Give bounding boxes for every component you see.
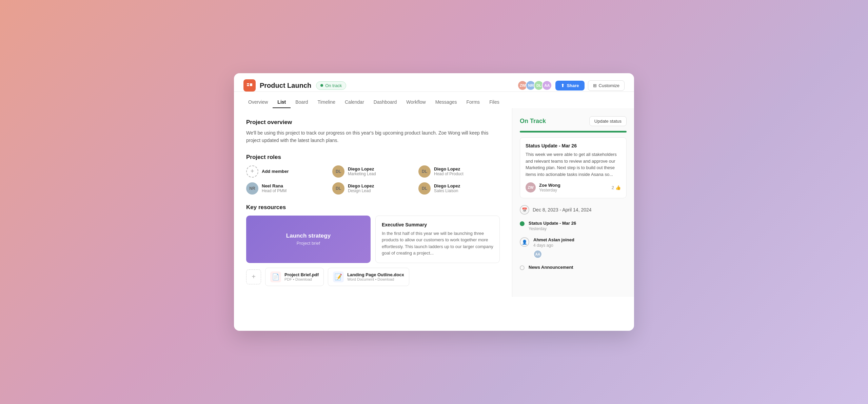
roles-grid: + Add member DL Diego Lopez Marketing Le…	[246, 165, 500, 195]
svg-rect-0	[247, 83, 249, 84]
role-avatar: DL	[418, 165, 431, 178]
share-label: Share	[567, 83, 579, 88]
customize-button[interactable]: ⊞ Customize	[588, 80, 625, 91]
thumbs-up-icon: 👍	[615, 185, 621, 190]
app-icon	[243, 79, 256, 92]
activity-title: News Announcement	[529, 265, 573, 270]
activity-item-status: Status Update - Mar 26 Yesterday	[520, 221, 627, 231]
file-info: Project Brief.pdf PDF • Download	[284, 272, 319, 281]
status-label: On track	[325, 83, 342, 88]
share-button[interactable]: ⬆ Share	[555, 81, 584, 90]
add-member-button[interactable]: +	[246, 165, 258, 178]
role-name: Diego Lopez	[434, 183, 460, 188]
sidebar-header: On Track Update status	[520, 116, 627, 126]
file-item-doc[interactable]: 📝 Landing Page Outline.docx Word Documen…	[328, 268, 409, 286]
header: Product Launch On track ZW NR DL AA ⬆ Sh…	[234, 73, 634, 92]
joined-avatars: AA	[533, 250, 574, 259]
main-layout: Project overview We'll be using this pro…	[234, 108, 634, 297]
file-item-pdf[interactable]: 📄 Project Brief.pdf PDF • Download	[265, 268, 324, 286]
role-title: Marketing Lead	[348, 171, 376, 176]
joined-avatar: AA	[533, 250, 542, 259]
launch-strategy-card[interactable]: Launch strategy Project brief	[246, 216, 371, 263]
activity-title: Ahmet Aslan joined	[533, 237, 574, 242]
right-sidebar: On Track Update status Status Update - M…	[512, 108, 634, 297]
tab-forms[interactable]: Forms	[461, 97, 485, 108]
file-row: + 📄 Project Brief.pdf PDF • Download 📝	[246, 268, 500, 286]
role-name: Diego Lopez	[348, 183, 374, 188]
activity-title: Status Update - Mar 26	[529, 221, 576, 226]
status-card-text: This week we were able to get all stakeh…	[526, 151, 621, 178]
svg-rect-1	[247, 85, 249, 86]
role-title: Sales Liaison	[434, 188, 460, 193]
tab-messages[interactable]: Messages	[431, 97, 462, 108]
role-name: Neel Rana	[262, 183, 287, 188]
activity-time: Yesterday	[529, 226, 576, 231]
tab-calendar[interactable]: Calendar	[340, 97, 369, 108]
activity-item-joined: 👤 Ahmet Aslan joined 4 days ago AA	[520, 237, 627, 259]
file-meta: PDF • Download	[284, 277, 319, 281]
author-avatar: ZW	[526, 182, 536, 193]
role-item: DL Diego Lopez Head of Product	[418, 165, 500, 178]
add-member-item: + Add member	[246, 165, 328, 178]
file-meta: Word Document • Download	[347, 277, 404, 281]
tab-dashboard[interactable]: Dashboard	[369, 97, 402, 108]
role-avatar: DL	[332, 165, 344, 178]
role-title: Design Lead	[348, 188, 374, 193]
left-content: Project overview We'll be using this pro…	[234, 108, 512, 297]
project-title: Product Launch	[260, 82, 311, 89]
date-range-text: Dec 8, 2023 - April 14, 2024	[533, 207, 592, 213]
update-status-button[interactable]: Update status	[589, 116, 627, 126]
avatar-stack: ZW NR DL AA	[517, 80, 552, 90]
header-right: ZW NR DL AA ⬆ Share ⊞ Customize	[517, 80, 625, 91]
role-avatar: NR	[246, 182, 258, 195]
progress-bar	[520, 131, 627, 133]
file-info: Landing Page Outline.docx Word Document …	[347, 272, 404, 281]
role-item: DL Diego Lopez Sales Liaison	[418, 182, 500, 195]
resources-section: Key resources Launch strategy Project br…	[246, 204, 500, 286]
likes-number: 2	[612, 185, 614, 190]
status-card-title: Status Update - Mar 26	[526, 143, 621, 148]
overview-description: We'll be using this project to track our…	[246, 129, 500, 144]
date-range: 📅 Dec 8, 2023 - April 14, 2024	[520, 205, 627, 215]
tab-list[interactable]: List	[273, 97, 291, 108]
on-track-label: On Track	[520, 118, 546, 125]
add-file-button[interactable]: +	[246, 269, 261, 284]
activity-info: News Announcement	[529, 265, 573, 270]
svg-rect-2	[250, 83, 252, 86]
role-title: Head of PMM	[262, 188, 287, 193]
add-member-label: Add member	[262, 169, 289, 174]
exec-summary-desc: In the first half of this year we will b…	[382, 230, 493, 257]
roles-section: Project roles + Add member DL Diego Lope…	[246, 154, 500, 195]
app-window: Product Launch On track ZW NR DL AA ⬆ Sh…	[234, 73, 634, 331]
share-icon: ⬆	[561, 83, 565, 88]
role-avatar: DL	[332, 182, 344, 195]
role-item: DL Diego Lopez Design Lead	[332, 182, 414, 195]
role-name: Diego Lopez	[348, 166, 376, 171]
overview-title: Project overview	[246, 119, 500, 126]
tab-files[interactable]: Files	[485, 97, 504, 108]
roles-title: Project roles	[246, 154, 500, 161]
launch-card-title: Launch strategy	[286, 233, 331, 239]
role-title: Head of Product	[434, 171, 463, 176]
exec-summary-title: Executive Summary	[382, 222, 493, 227]
activity-item-news: News Announcement	[520, 265, 627, 270]
calendar-icon: 📅	[520, 205, 529, 215]
avatar: AA	[542, 80, 552, 90]
likes-count[interactable]: 2 👍	[612, 185, 621, 190]
activity-time: 4 days ago	[533, 243, 574, 248]
doc-icon: 📝	[333, 271, 344, 282]
tab-board[interactable]: Board	[291, 97, 313, 108]
resources-title: Key resources	[246, 204, 500, 211]
person-icon: 👤	[520, 237, 529, 247]
tab-workflow[interactable]: Workflow	[401, 97, 430, 108]
overview-section: Project overview We'll be using this pro…	[246, 119, 500, 144]
executive-summary-card[interactable]: Executive Summary In the first half of t…	[375, 216, 500, 263]
activity-dot-green	[520, 221, 525, 226]
file-name: Landing Page Outline.docx	[347, 272, 404, 277]
launch-card-subtitle: Project brief	[297, 241, 320, 246]
tab-overview[interactable]: Overview	[243, 97, 273, 108]
file-name: Project Brief.pdf	[284, 272, 319, 277]
customize-icon: ⊞	[593, 83, 597, 88]
tab-timeline[interactable]: Timeline	[313, 97, 340, 108]
nav-tabs: Overview List Board Timeline Calendar Da…	[234, 97, 634, 108]
